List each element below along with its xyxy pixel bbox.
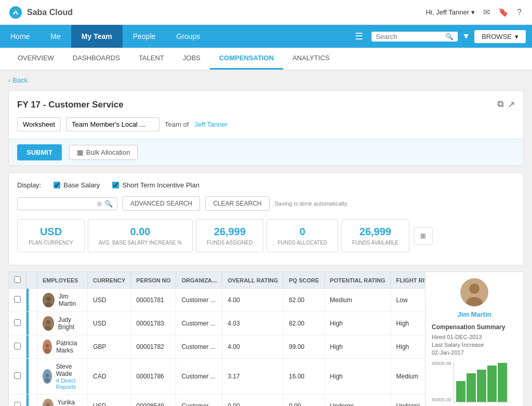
row-handle-cell [26,359,37,395]
plus-icon: ⊞ [420,232,426,240]
copy-icon[interactable]: ⧉ [497,99,503,110]
team-of-name-link[interactable]: Jeff Tanner [194,120,228,128]
row-overall-rating: 4.00 [222,335,284,359]
stat-funds-available-value: 26,999 [352,226,398,238]
row-checkbox[interactable] [14,372,21,379]
short-term-checkbox-label[interactable]: Short Term Incentive Plan [112,181,200,189]
employee-name: Steve Wade [56,363,82,377]
row-checkbox[interactable] [14,319,21,326]
row-flight-risk: High [391,335,425,359]
tab-compensation[interactable]: COMPENSATION [210,48,283,70]
tab-analytics[interactable]: ANALYTICS [283,48,339,70]
table-row: Jim MartinUSD00001781Customer ...4.0082.… [9,289,425,312]
row-flight-risk: High [391,312,425,335]
row-person-no: 00001782 [131,335,176,359]
sidebar-salary-increase-date: 02-Jan-2017 [432,349,517,356]
employee-avatar-cell: Jim Martin [43,293,82,307]
row-org: Customer ... [176,359,222,395]
row-person-no: 00001783 [131,312,176,335]
nav-item-home[interactable]: Home [0,25,40,48]
employee-name: Yurika Kubo [58,399,82,406]
row-org: Customer ... [176,395,222,407]
search-input-wrap: ⊗ 🔍 [17,197,117,210]
main-content: ‹ Back FY 17 - Customer Service ⧉ ↗ Work… [0,70,532,406]
th-currency: CURRENCY [88,272,131,289]
top-icons: ✉ 🔖 ? [481,5,524,19]
hamburger-button[interactable]: ☰ [351,29,367,44]
mail-icon-button[interactable]: ✉ [481,5,492,19]
nav-item-people[interactable]: People [123,25,166,48]
row-employee-cell: Yurika Kubo [37,395,88,407]
employee-name: Judy Bright [58,316,82,331]
row-checkbox-cell [9,289,26,312]
display-label: Display: [17,181,41,189]
row-handle-cell [26,335,37,359]
clear-circle-icon[interactable]: ⊗ [97,200,102,208]
nav-item-groups[interactable]: Groups [166,25,210,48]
row-potential-rating: High [325,335,391,359]
search-input[interactable] [22,200,95,208]
bulk-allocation-button[interactable]: ▦ Bulk Allocation [69,145,138,160]
tab-overview[interactable]: OVERVIEW [8,48,63,70]
stats-row: USD PLAN CURRENCY 0.00 AVG. BASE SALARY … [17,219,515,252]
browse-button[interactable]: BROWSE ▾ [474,30,526,43]
row-overall-rating: 0.00 [222,395,284,407]
nav-item-myteam[interactable]: My Team [71,25,123,48]
sidebar-hired: Hired 01-DEC-2013 [432,334,517,340]
row-checkbox-cell [9,312,26,335]
direct-reports-link[interactable]: 4 Direct Reports [56,377,82,390]
team-members-select[interactable]: Team Member's Local ... [66,117,159,131]
tab-talent[interactable]: TALENT [129,48,174,70]
base-salary-checkbox-label[interactable]: Base Salary [54,181,100,189]
submit-button[interactable]: SUBMIT [17,144,62,160]
browse-chevron-icon: ▾ [515,33,518,40]
user-greeting[interactable]: Hi, Jeff Tanner ▾ [426,8,475,16]
row-handle-bar [26,289,29,312]
short-term-checkbox[interactable] [112,182,119,188]
row-org: Customer ... [176,312,222,335]
row-flight-risk: Medium [391,359,425,395]
row-potential-rating: Undermi... [325,395,391,407]
advanced-search-button[interactable]: ADVANCED SEARCH [123,196,200,211]
th-flight-risk: FLIGHT RISK [391,272,425,289]
search-row: ⊗ 🔍 ADVANCED SEARCH CLEAR SEARCH Saving … [17,196,515,211]
avatar [43,369,52,384]
tab-jobs[interactable]: JOBS [174,48,210,70]
export-icon[interactable]: ↗ [508,99,515,110]
card-title-row: FY 17 - Customer Service ⧉ ↗ [17,99,515,110]
nav-search-input[interactable] [376,33,443,40]
search-magnify-icon[interactable]: 🔍 [104,200,113,208]
nav-item-me[interactable]: Me [40,25,71,48]
row-checkbox[interactable] [14,343,21,349]
stat-funds-allocated-value: 0 [277,226,327,238]
row-currency: CAD [88,359,131,395]
svg-point-18 [469,283,480,294]
card-action-icons: ⧉ ↗ [497,99,515,110]
row-employee-cell: Patricia Marks [37,335,88,359]
nav-right-area: ☰ 🔍 ▼ BROWSE ▾ [351,29,532,44]
th-employees: EMPLOYEES [37,272,88,289]
row-checkbox[interactable] [14,296,21,303]
add-stat-button[interactable]: ⊞ [414,227,433,245]
tab-dashboards[interactable]: DASHBOARDS [63,48,129,70]
worksheet-select[interactable]: Worksheet [17,117,61,131]
row-overall-rating: 4.00 [222,289,284,312]
display-section: Display: Base Salary Short Term Incentiv… [8,172,524,265]
row-employee-cell: Judy Bright [37,312,88,335]
bookmark-icon-button[interactable]: 🔖 [496,5,511,19]
base-salary-checkbox[interactable] [54,182,60,188]
row-checkbox-cell [9,359,26,395]
stat-funds-assigned: 26,999 FUNDS ASSIGNED [196,219,263,252]
row-checkbox[interactable] [14,402,21,406]
clear-search-button[interactable]: CLEAR SEARCH [205,196,269,211]
filter-icon[interactable]: ▼ [462,32,470,41]
help-icon-button[interactable]: ? [515,5,524,19]
logo-area: Saba Cloud [8,5,73,20]
back-link[interactable]: ‹ Back [8,76,28,84]
chart-bar-area [454,361,509,402]
sidebar-section-title: Compensation Summary [432,323,517,331]
select-all-checkbox[interactable] [14,276,21,283]
chart-y-label-low: 50000.00 [432,397,451,402]
table-row: Yurika KuboUSD00008549Customer ...0.000.… [9,395,425,407]
row-overall-rating: 3.17 [222,359,284,395]
